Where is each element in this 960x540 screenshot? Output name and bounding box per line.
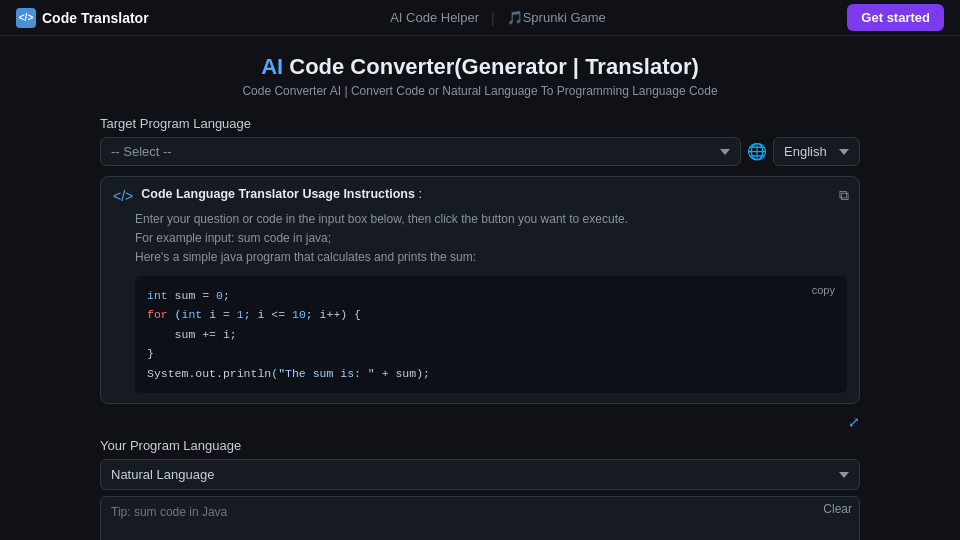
- logo: </> Code Translator: [16, 8, 149, 28]
- nav-separator: |: [491, 10, 495, 26]
- language-locale-select[interactable]: English French Spanish: [773, 137, 860, 166]
- main-nav: AI Code Helper | 🎵Sprunki Game: [382, 6, 614, 29]
- target-lang-row: -- Select -- Python JavaScript Java C++ …: [100, 137, 860, 166]
- your-program-lang-select[interactable]: Natural Language Python JavaScript Java …: [100, 459, 860, 490]
- instruction-text: Enter your question or code in the input…: [135, 210, 847, 268]
- your-program-label: Your Program Language: [100, 438, 860, 453]
- hero-subtitle: Code Converter AI | Convert Code or Natu…: [100, 84, 860, 98]
- instruction-header: </> Code Language Translator Usage Instr…: [113, 187, 847, 204]
- copy-code-button[interactable]: copy: [806, 282, 841, 298]
- nav-ai-helper[interactable]: AI Code Helper: [382, 6, 487, 29]
- target-lang-label: Target Program Language: [100, 116, 860, 131]
- hero-title-block: AI Code Converter(Generator | Translator…: [100, 54, 860, 80]
- hero-title-rest: Code Converter(Generator | Translator): [283, 54, 699, 79]
- clear-button[interactable]: Clear: [823, 502, 852, 516]
- get-started-button[interactable]: Get started: [847, 4, 944, 31]
- code-block: int sum = 0; for (int i = 1; i <= 10; i+…: [135, 276, 847, 394]
- header: </> Code Translator AI Code Helper | 🎵Sp…: [0, 0, 960, 36]
- hero-ai-label: AI: [261, 54, 283, 79]
- hero-heading: AI Code Converter(Generator | Translator…: [100, 54, 860, 80]
- expand-button[interactable]: ⤢: [848, 414, 860, 430]
- copy-instruction-button[interactable]: ⧉: [839, 187, 849, 204]
- code-tag-icon: </>: [113, 188, 133, 204]
- logo-icon: </>: [16, 8, 36, 28]
- code-input[interactable]: [100, 496, 860, 540]
- nav-sprunki[interactable]: 🎵Sprunki Game: [499, 6, 614, 29]
- instruction-title: Code Language Translator Usage Instructi…: [141, 187, 422, 201]
- instruction-box: ⧉ </> Code Language Translator Usage Ins…: [100, 176, 860, 404]
- code-block-wrap: int sum = 0; for (int i = 1; i <= 10; i+…: [135, 276, 847, 394]
- your-program-section: Your Program Language Natural Language P…: [100, 438, 860, 540]
- code-textarea-wrap: Clear: [100, 496, 860, 540]
- main-content: AI Code Converter(Generator | Translator…: [0, 36, 960, 540]
- target-lang-select[interactable]: -- Select -- Python JavaScript Java C++: [100, 137, 741, 166]
- expand-wrap: ⤢: [100, 414, 860, 430]
- globe-icon: 🌐: [747, 142, 767, 161]
- logo-text: Code Translator: [42, 10, 149, 26]
